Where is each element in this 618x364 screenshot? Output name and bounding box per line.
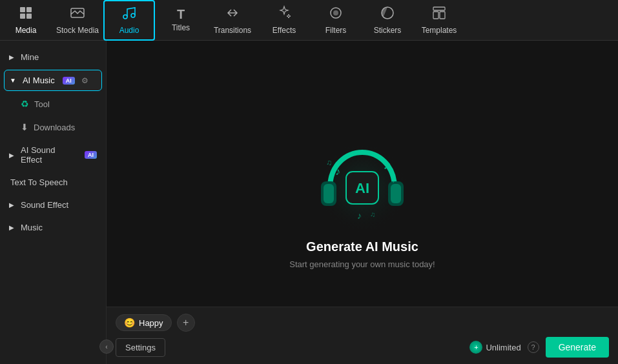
sound-effect-arrow-icon: ▶: [9, 201, 14, 208]
sidebar-item-ai-music[interactable]: ▼ AI Music AI ⚙: [4, 70, 102, 91]
sidebar-item-mine[interactable]: ▶ Mine: [0, 46, 106, 68]
nav-stickers[interactable]: Stickers: [362, 0, 413, 41]
mine-arrow-icon: ▶: [9, 54, 14, 61]
unlimited-icon: +: [469, 341, 482, 354]
sidebar-item-downloads[interactable]: ⬇ Downloads: [0, 116, 106, 139]
top-nav: Media Stock Media Audio T Titles Transit…: [0, 0, 618, 41]
ai-music-illustration: AI ♪ ♫ ♫ ♪ ♪ ♫: [311, 136, 414, 239]
svg-rect-10: [433, 7, 445, 10]
nav-stickers-label: Stickers: [374, 26, 402, 35]
sidebar-item-text-to-speech[interactable]: Text To Speech: [0, 171, 106, 194]
tag-row: 😊 Happy +: [116, 314, 609, 332]
unlimited-label: Unlimited: [486, 343, 520, 352]
nav-filters-label: Filters: [325, 26, 347, 35]
nav-templates-label: Templates: [422, 26, 457, 35]
ai-music-settings-icon[interactable]: ⚙: [81, 76, 88, 85]
svg-rect-0: [20, 7, 25, 12]
svg-rect-2: [20, 14, 25, 19]
help-label: ?: [531, 343, 535, 351]
sidebar-collapse-button[interactable]: ‹: [99, 339, 114, 354]
svg-point-8: [333, 10, 338, 15]
titles-icon: T: [177, 8, 185, 21]
svg-text:♫: ♫: [383, 159, 392, 172]
stock-media-icon: [70, 5, 85, 23]
add-icon: +: [183, 317, 189, 329]
nav-stock-media-label: Stock Media: [56, 26, 99, 35]
ai-sound-effect-arrow-icon: ▶: [9, 152, 14, 159]
filters-icon: [328, 5, 344, 23]
nav-audio-label: Audio: [119, 26, 139, 35]
bottom-controls: 😊 Happy + Settings + Unlimited: [107, 307, 618, 364]
svg-text:♫: ♫: [326, 158, 332, 167]
audio-icon: [121, 5, 137, 23]
downloads-icon: ⬇: [21, 122, 28, 132]
generate-button[interactable]: Generate: [546, 337, 609, 358]
tool-icon: ♻: [21, 99, 29, 109]
music-arrow-icon: ▶: [9, 224, 14, 231]
svg-rect-1: [26, 7, 32, 12]
svg-point-5: [123, 15, 127, 19]
svg-text:♪: ♪: [357, 210, 362, 221]
add-tag-button[interactable]: +: [177, 314, 195, 332]
sidebar-item-music[interactable]: ▶ Music: [0, 216, 106, 239]
svg-rect-12: [440, 12, 445, 19]
generate-title: Generate AI Music: [306, 239, 418, 254]
sidebar-ai-music-label: AI Music: [23, 76, 55, 85]
transitions-icon: [225, 5, 240, 23]
nav-titles-label: Titles: [172, 23, 190, 32]
sidebar-text-to-speech-label: Text To Speech: [10, 177, 68, 187]
nav-templates[interactable]: Templates: [413, 0, 465, 41]
nav-effects[interactable]: Effects: [258, 0, 310, 41]
generate-subtitle: Start generating your own music today!: [289, 259, 435, 269]
ai-music-badge: AI: [63, 77, 75, 85]
sidebar-ai-sound-effect-label: AI Sound Effect: [21, 145, 77, 165]
media-icon: [18, 5, 34, 23]
happy-tag[interactable]: 😊 Happy: [116, 314, 172, 331]
collapse-icon: ‹: [105, 343, 107, 350]
ai-music-arrow-icon: ▼: [10, 77, 16, 84]
nav-titles[interactable]: T Titles: [155, 0, 207, 41]
right-controls: + Unlimited ? Generate: [469, 337, 609, 358]
help-icon[interactable]: ?: [528, 341, 539, 353]
settings-button[interactable]: Settings: [116, 338, 165, 357]
svg-rect-11: [433, 12, 438, 19]
effects-icon: [276, 5, 292, 23]
nav-filters[interactable]: Filters: [310, 0, 362, 41]
sidebar-item-ai-sound-effect[interactable]: ▶ AI Sound Effect AI: [0, 139, 106, 171]
svg-text:♫: ♫: [370, 210, 375, 218]
svg-point-6: [131, 14, 135, 17]
nav-transitions[interactable]: Transitions: [207, 0, 258, 41]
svg-text:AI: AI: [355, 180, 369, 196]
tag-emoji: 😊: [124, 318, 135, 328]
sidebar-sound-effect-label: Sound Effect: [21, 200, 68, 210]
nav-media[interactable]: Media: [0, 0, 52, 41]
svg-rect-3: [26, 14, 32, 19]
sidebar-tool-label: Tool: [34, 99, 50, 109]
svg-rect-17: [391, 184, 401, 203]
nav-stock-media[interactable]: Stock Media: [52, 0, 103, 41]
main-area: ▶ Mine ▼ AI Music AI ⚙ ♻ Tool ⬇ Download…: [0, 41, 618, 364]
sidebar-downloads-label: Downloads: [34, 123, 75, 132]
sidebar-mine-label: Mine: [21, 52, 39, 62]
svg-text:♪: ♪: [335, 166, 340, 177]
settings-row: Settings + Unlimited ? Generate: [116, 337, 609, 358]
sidebar-item-sound-effect[interactable]: ▶ Sound Effect: [0, 194, 106, 216]
sidebar-music-label: Music: [21, 223, 43, 232]
sidebar-item-tool[interactable]: ♻ Tool: [0, 92, 106, 116]
unlimited-badge: + Unlimited: [469, 341, 520, 354]
content-area: AI ♪ ♫ ♫ ♪ ♪ ♫ Generate AI Music Start g…: [107, 41, 618, 364]
nav-transitions-label: Transitions: [214, 26, 251, 35]
ai-sound-effect-badge: AI: [85, 151, 97, 159]
svg-rect-15: [324, 184, 334, 203]
tag-label: Happy: [139, 318, 163, 328]
nav-media-label: Media: [15, 26, 37, 35]
stickers-icon: [380, 5, 395, 23]
svg-text:♪: ♪: [392, 176, 396, 185]
nav-audio[interactable]: Audio: [103, 0, 155, 41]
nav-effects-label: Effects: [273, 26, 296, 35]
templates-icon: [431, 5, 447, 23]
sidebar: ▶ Mine ▼ AI Music AI ⚙ ♻ Tool ⬇ Download…: [0, 41, 107, 364]
